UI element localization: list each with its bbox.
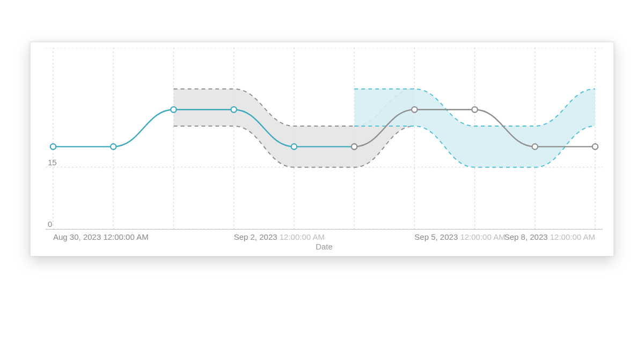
point-observed [291,144,297,149]
x-tick-label: Aug 30, 2023 12:00:00 AM [53,232,149,241]
timeseries-chart: 01544Aug 30, 2023 12:00:00 AM Sep 2, 202… [38,48,607,252]
point-observed [111,144,116,149]
x-axis-label: Date [316,242,333,251]
x-tick-label: Sep 5, 2023 12:00:00 AM [414,232,505,241]
chart-panel: 01544Aug 30, 2023 12:00:00 AM Sep 2, 202… [30,42,614,256]
y-tick-label: 0 [48,219,52,229]
point-observed [231,107,236,112]
point-forecast [352,144,357,149]
point-forecast [592,144,598,149]
y-tick-label: 15 [48,158,57,167]
point-forecast [472,107,477,112]
point-observed [50,144,56,149]
point-forecast [532,144,538,149]
x-tick-label: Sep 2, 2023 12:00:00 AM [234,232,325,241]
x-tick-label: Sep 8, 2023 12:00:00 AM [504,232,595,241]
chart-plot: 01544Aug 30, 2023 12:00:00 AM Sep 2, 202… [38,48,607,229]
point-forecast [412,107,417,112]
point-observed [171,107,176,112]
